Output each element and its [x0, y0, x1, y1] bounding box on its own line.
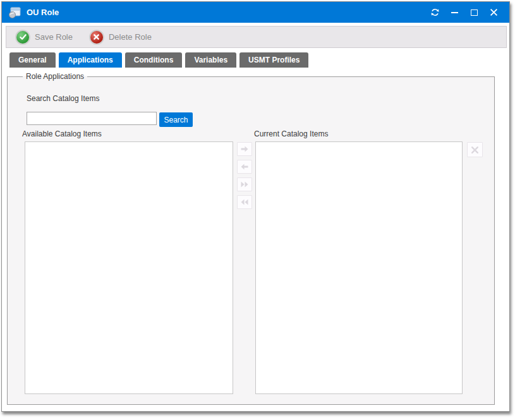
tab-usmt-profiles[interactable]: USMT Profiles: [239, 52, 308, 68]
double-arrow-right-icon: [240, 181, 249, 188]
titlebar-controls: [428, 6, 509, 20]
available-catalog-items-label: Available Catalog Items: [22, 129, 102, 138]
tab-general[interactable]: General: [9, 52, 56, 68]
maximize-button[interactable]: [467, 6, 481, 20]
tab-conditions[interactable]: Conditions: [125, 52, 183, 68]
move-all-left-button[interactable]: [237, 195, 252, 209]
role-applications-groupbox: Role Applications Search Catalog Items S…: [7, 76, 495, 405]
close-icon: [490, 8, 498, 16]
search-catalog-items-label: Search Catalog Items: [27, 94, 99, 103]
arrow-right-icon: [240, 145, 249, 153]
remove-current-item-button[interactable]: [467, 142, 483, 157]
refresh-icon: [430, 8, 440, 17]
window-title: OU Role: [27, 8, 59, 17]
current-catalog-listbox[interactable]: [255, 141, 463, 394]
app-icon: [8, 6, 21, 19]
maximize-icon: [471, 9, 478, 16]
double-arrow-left-icon: [240, 198, 249, 206]
minimize-button[interactable]: [447, 6, 461, 20]
search-button[interactable]: Search: [159, 112, 193, 127]
tab-variables[interactable]: Variables: [185, 52, 236, 68]
refresh-button[interactable]: [428, 6, 442, 20]
toolbar: Save Role Delete Role: [6, 26, 507, 48]
tab-bar: General Applications Conditions Variable…: [9, 52, 308, 68]
titlebar: OU Role: [2, 2, 509, 23]
save-role-button[interactable]: Save Role: [11, 28, 76, 46]
delete-role-button[interactable]: Delete Role: [85, 28, 155, 46]
delete-x-icon: [89, 30, 104, 45]
save-role-label: Save Role: [35, 32, 73, 42]
available-catalog-listbox[interactable]: [25, 141, 233, 394]
minimize-icon: [451, 12, 458, 13]
arrow-left-icon: [240, 163, 249, 171]
move-left-button[interactable]: [237, 160, 252, 174]
groupbox-legend: Role Applications: [23, 72, 87, 81]
ou-role-window: OU Role: [1, 1, 510, 412]
remove-x-icon: [471, 146, 479, 154]
tab-applications[interactable]: Applications: [59, 52, 122, 68]
delete-role-label: Delete Role: [109, 32, 152, 42]
move-right-button[interactable]: [237, 142, 252, 156]
close-button[interactable]: [487, 6, 500, 20]
move-all-right-button[interactable]: [237, 177, 252, 191]
search-catalog-input[interactable]: [27, 112, 157, 125]
save-check-icon: [15, 30, 30, 45]
current-catalog-items-label: Current Catalog Items: [254, 129, 328, 138]
